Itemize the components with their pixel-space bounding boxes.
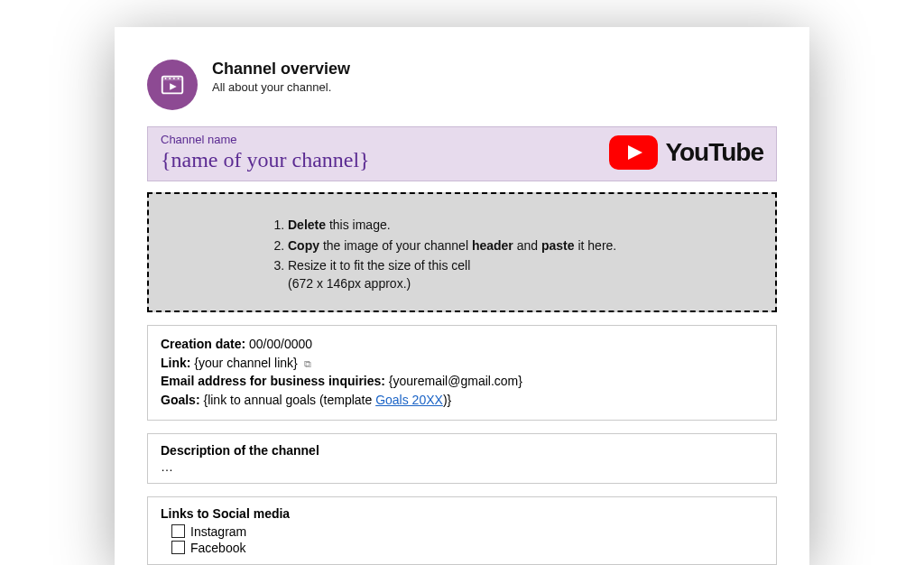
video-badge-icon (147, 60, 198, 110)
channel-name-texts: Channel name {name of your channel} (161, 133, 370, 171)
instruction-list: Delete this image. Copy the image of you… (266, 216, 757, 274)
channel-name-label: Channel name (161, 133, 370, 146)
link-label: Link: (161, 356, 190, 370)
page-header: Channel overview All about your channel. (147, 60, 777, 110)
instruction-item: Copy the image of your channel header an… (288, 236, 757, 255)
youtube-word: YouTube (665, 138, 763, 167)
description-body: … (161, 459, 763, 474)
copy-icon[interactable]: ⧉ (304, 358, 311, 369)
header-image-placeholder[interactable]: Delete this image. Copy the image of you… (147, 192, 777, 312)
svg-point-3 (169, 78, 171, 79)
goals-before: {link to annual goals (template (203, 393, 375, 407)
channel-name-value: {name of your channel} (161, 148, 370, 171)
title-block: Channel overview All about your channel. (212, 60, 350, 94)
instruction-bold: paste (541, 238, 575, 253)
instruction-text: the image of your channel (319, 238, 472, 253)
svg-marker-6 (170, 83, 177, 90)
instruction-text: it here. (575, 238, 617, 253)
channel-name-band: Channel name {name of your channel} YouT… (147, 126, 777, 181)
email-label: Email address for business inquiries: (161, 374, 385, 388)
meta-box: Creation date: 00/00/0000 Link: {your ch… (147, 325, 777, 420)
social-label: Facebook (190, 541, 245, 555)
checkbox-icon[interactable] (171, 524, 185, 538)
social-label: Instagram (190, 524, 246, 539)
checkbox-icon[interactable] (171, 541, 185, 554)
instruction-text: and (513, 238, 541, 253)
instruction-item: Delete this image. (288, 216, 757, 234)
goals-link[interactable]: Goals 20XX (375, 393, 443, 407)
page-subtitle: All about your channel. (212, 80, 350, 94)
instruction-text: this image. (326, 218, 391, 232)
document-page: Channel overview All about your channel.… (115, 27, 809, 565)
description-box: Description of the channel … (147, 433, 777, 484)
page-title: Channel overview (212, 60, 350, 79)
instruction-size-note: (672 x 146px approx.) (288, 276, 757, 291)
instruction-item: Resize it to fit the size of this cell (288, 256, 757, 274)
instruction-bold: header (472, 238, 513, 253)
social-heading: Links to Social media (161, 506, 763, 521)
svg-point-2 (165, 78, 167, 79)
creation-date-label: Creation date: (161, 337, 245, 351)
link-value: {your channel link} (194, 356, 297, 370)
description-heading: Description of the channel (161, 443, 763, 458)
instruction-bold: Delete (288, 218, 326, 232)
email-value: {youremail@gmail.com} (389, 374, 522, 388)
goals-after: )} (443, 393, 451, 407)
svg-point-5 (178, 78, 180, 79)
instruction-text: Resize it to fit the size of this cell (288, 258, 470, 273)
svg-point-4 (173, 78, 175, 79)
social-box: Links to Social media Instagram Facebook (147, 496, 777, 565)
social-item: Facebook (171, 541, 763, 555)
goals-label: Goals: (161, 393, 200, 407)
creation-date-value: 00/00/0000 (249, 337, 312, 351)
social-item: Instagram (171, 524, 763, 539)
youtube-play-icon (609, 135, 658, 170)
instruction-bold: Copy (288, 238, 319, 253)
youtube-logo: YouTube (609, 135, 763, 170)
